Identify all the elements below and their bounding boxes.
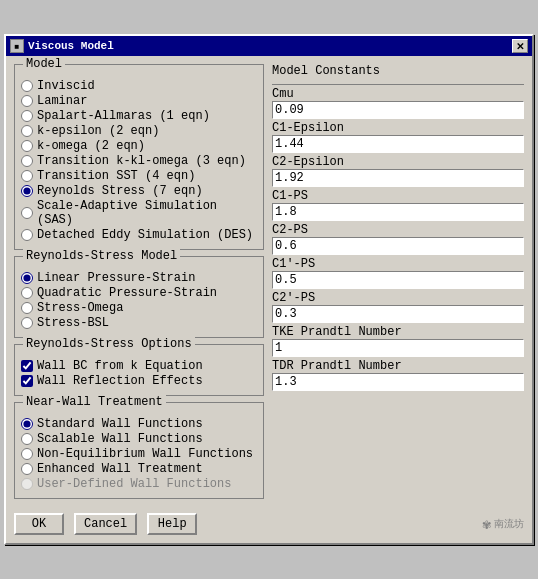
input-c1ps[interactable] <box>272 203 524 221</box>
watermark-text: 南流坊 <box>494 517 524 531</box>
radio-detached-eddy[interactable]: Detached Eddy Simulation (DES) <box>21 228 257 242</box>
reynolds-stress-model-label: Reynolds-Stress Model <box>23 249 180 263</box>
radio-linear-ps[interactable]: Linear Pressure-Strain <box>21 271 257 285</box>
radio-reynolds-stress[interactable]: Reynolds Stress (7 eqn) <box>21 184 257 198</box>
model-group-label: Model <box>23 57 65 71</box>
model-constants-title: Model Constants <box>272 64 524 78</box>
constant-c2epsilon: C2-Epsilon <box>272 155 524 187</box>
constant-c2ps: C2-PS <box>272 223 524 255</box>
reynolds-stress-options-label: Reynolds-Stress Options <box>23 337 195 351</box>
input-tdr-prandtl[interactable] <box>272 373 524 391</box>
constants-divider <box>272 84 524 85</box>
watermark-icon: ✾ <box>483 516 491 533</box>
near-wall-group: Near-Wall Treatment Standard Wall Functi… <box>14 402 264 499</box>
constant-cmu: Cmu <box>272 87 524 119</box>
radio-quadratic-ps[interactable]: Quadratic Pressure-Strain <box>21 286 257 300</box>
radio-inviscid[interactable]: Inviscid <box>21 79 257 93</box>
radio-kepsilon[interactable]: k-epsilon (2 eqn) <box>21 124 257 138</box>
constant-tke-prandtl: TKE Prandtl Number <box>272 325 524 357</box>
constant-c1prime-ps: C1'-PS <box>272 257 524 289</box>
radio-scale-adaptive[interactable]: Scale-Adaptive Simulation (SAS) <box>21 199 257 227</box>
left-panel: Model Inviscid Laminar Spalart-Allmaras … <box>14 64 264 499</box>
help-button[interactable]: Help <box>147 513 197 535</box>
watermark: ✾ 南流坊 <box>483 516 524 533</box>
constant-c1ps: C1-PS <box>272 189 524 221</box>
input-tke-prandtl[interactable] <box>272 339 524 357</box>
input-c1prime-ps[interactable] <box>272 271 524 289</box>
main-window: ■ Viscous Model ✕ Model Inviscid Laminar <box>4 34 534 545</box>
near-wall-label: Near-Wall Treatment <box>23 395 166 409</box>
checkbox-wall-reflection[interactable]: Wall Reflection Effects <box>21 374 257 388</box>
radio-standard-wall[interactable]: Standard Wall Functions <box>21 417 257 431</box>
right-panel: Model Constants Cmu C1-Epsilon C2-Epsilo… <box>272 64 524 499</box>
content-area: Model Inviscid Laminar Spalart-Allmaras … <box>6 56 532 507</box>
close-button[interactable]: ✕ <box>512 39 528 53</box>
radio-laminar[interactable]: Laminar <box>21 94 257 108</box>
model-group: Model Inviscid Laminar Spalart-Allmaras … <box>14 64 264 250</box>
cancel-button[interactable]: Cancel <box>74 513 137 535</box>
constant-c2prime-ps: C2'-PS <box>272 291 524 323</box>
radio-user-defined-wall: User-Defined Wall Functions <box>21 477 257 491</box>
input-cmu[interactable] <box>272 101 524 119</box>
radio-non-eq-wall[interactable]: Non-Equilibrium Wall Functions <box>21 447 257 461</box>
footer: OK Cancel Help ✾ 南流坊 <box>6 507 532 543</box>
input-c2epsilon[interactable] <box>272 169 524 187</box>
radio-scalable-wall[interactable]: Scalable Wall Functions <box>21 432 257 446</box>
ok-button[interactable]: OK <box>14 513 64 535</box>
title-bar: ■ Viscous Model ✕ <box>6 36 532 56</box>
radio-komega[interactable]: k-omega (2 eqn) <box>21 139 257 153</box>
reynolds-stress-model-group: Reynolds-Stress Model Linear Pressure-St… <box>14 256 264 338</box>
window-title: Viscous Model <box>28 40 114 52</box>
input-c2prime-ps[interactable] <box>272 305 524 323</box>
input-c2ps[interactable] <box>272 237 524 255</box>
radio-enhanced-wall[interactable]: Enhanced Wall Treatment <box>21 462 257 476</box>
radio-stress-bsl[interactable]: Stress-BSL <box>21 316 257 330</box>
constant-tdr-prandtl: TDR Prandtl Number <box>272 359 524 391</box>
checkbox-wall-bc[interactable]: Wall BC from k Equation <box>21 359 257 373</box>
reynolds-stress-options-group: Reynolds-Stress Options Wall BC from k E… <box>14 344 264 396</box>
radio-transition-kl[interactable]: Transition k-kl-omega (3 eqn) <box>21 154 257 168</box>
constant-c1epsilon: C1-Epsilon <box>272 121 524 153</box>
radio-transition-sst[interactable]: Transition SST (4 eqn) <box>21 169 257 183</box>
radio-stress-omega[interactable]: Stress-Omega <box>21 301 257 315</box>
window-icon: ■ <box>10 39 24 53</box>
input-c1epsilon[interactable] <box>272 135 524 153</box>
radio-spalart[interactable]: Spalart-Allmaras (1 eqn) <box>21 109 257 123</box>
